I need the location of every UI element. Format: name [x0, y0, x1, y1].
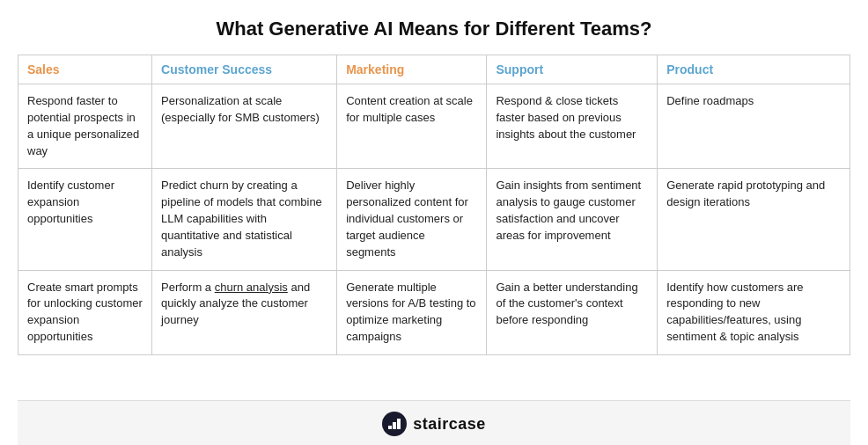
cell-sales-3: Create smart prompts for unlocking custo…	[18, 270, 152, 354]
table-container: Sales Customer Success Marketing Support…	[18, 55, 850, 400]
cell-sales-1: Respond faster to potential prospects in…	[18, 84, 152, 169]
staircase-icon	[386, 416, 402, 432]
page-wrapper: What Generative AI Means for Different T…	[0, 0, 868, 445]
col-header-marketing: Marketing	[337, 55, 487, 84]
cell-support-2: Gain insights from sentiment analysis to…	[487, 169, 658, 270]
cell-cs-3: Perform a churn analysis and quickly ana…	[152, 270, 337, 354]
cs-text-underline: churn analysis	[215, 281, 288, 294]
cell-support-3: Gain a better understanding of the custo…	[487, 270, 658, 354]
footer-logo: staircase	[382, 412, 486, 436]
main-table: Sales Customer Success Marketing Support…	[18, 55, 850, 355]
cell-marketing-2: Deliver highly personalized content for …	[337, 169, 487, 270]
table-row: Create smart prompts for unlocking custo…	[18, 270, 850, 354]
page-title: What Generative AI Means for Different T…	[18, 18, 850, 40]
col-header-product: Product	[658, 55, 850, 84]
footer-logo-text: staircase	[413, 415, 486, 434]
cs-text-part1: Perform a	[161, 281, 215, 294]
svg-rect-1	[393, 422, 396, 429]
svg-rect-2	[397, 419, 401, 429]
footer: staircase	[18, 400, 850, 445]
cell-sales-2: Identify customer expansion opportunitie…	[18, 169, 152, 270]
col-header-support: Support	[487, 55, 658, 84]
svg-rect-0	[388, 426, 392, 429]
cell-product-3: Identify how customers are responding to…	[658, 270, 850, 354]
col-header-cs: Customer Success	[152, 55, 337, 84]
table-row: Identify customer expansion opportunitie…	[18, 169, 850, 270]
cell-marketing-1: Content creation at scale for multiple c…	[337, 84, 487, 169]
col-header-sales: Sales	[18, 55, 152, 84]
cell-cs-2: Predict churn by creating a pipeline of …	[152, 169, 337, 270]
table-header-row: Sales Customer Success Marketing Support…	[18, 55, 850, 84]
cell-cs-1: Personalization at scale (especially for…	[152, 84, 337, 169]
table-row: Respond faster to potential prospects in…	[18, 84, 850, 169]
cell-product-1: Define roadmaps	[658, 84, 850, 169]
cell-marketing-3: Generate multiple versions for A/B testi…	[337, 270, 487, 354]
staircase-logo-icon	[382, 412, 407, 436]
cell-support-1: Respond & close tickets faster based on …	[487, 84, 658, 169]
cell-product-2: Generate rapid prototyping and design it…	[658, 169, 850, 270]
